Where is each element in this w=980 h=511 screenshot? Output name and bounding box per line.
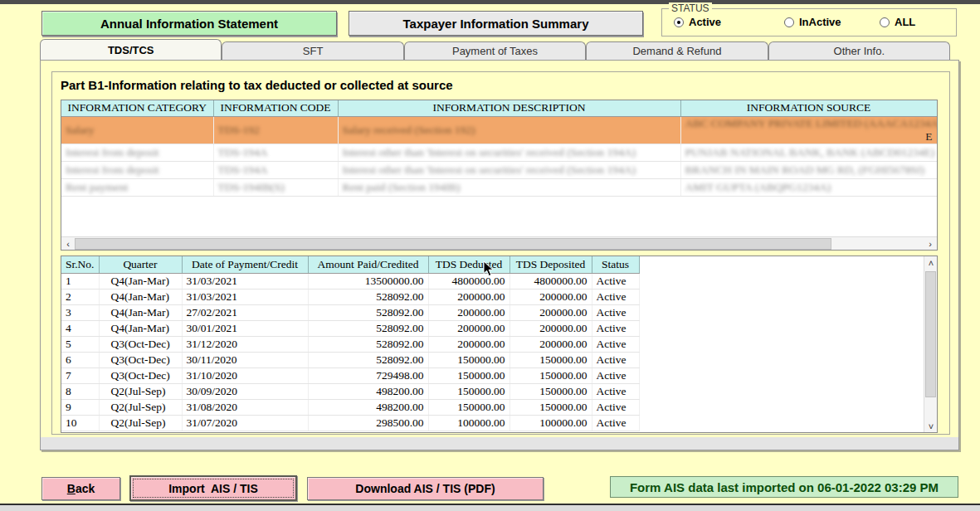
table-row[interactable]: 9Q2(Jul-Sep)31/08/2020498200.00150000.00… <box>61 399 924 415</box>
table-cell: Q3(Oct-Dec) <box>99 367 182 383</box>
table-cell: 200000.00 <box>510 304 592 320</box>
table-cell: Active <box>592 273 639 289</box>
table-cell: BRANCH IN MAIN ROAD MG RD, (FGHI56789J) <box>680 161 937 178</box>
table-cell: 4800000.00 <box>510 273 592 289</box>
table-cell: 27/02/2021 <box>182 304 308 320</box>
scroll-down-arrow-icon[interactable]: ˅ <box>924 420 938 432</box>
tab-other-info-[interactable]: Other Info. <box>768 41 950 60</box>
table-cell: TDS-194A <box>213 161 338 178</box>
tab-sft[interactable]: SFT <box>222 41 403 60</box>
column-header: Sr.No. <box>61 256 99 273</box>
table-row[interactable]: Rent paymentTDS-194IB(S)Rent paid (Secti… <box>61 178 937 196</box>
horizontal-scrollbar[interactable]: ‹ › <box>61 236 937 250</box>
redacted-text: Interest from deposit <box>66 146 158 158</box>
back-button-mnemonic: B <box>67 482 76 495</box>
header-filler <box>639 256 924 273</box>
table-cell: Salary <box>61 116 213 144</box>
back-button[interactable]: Back <box>41 477 120 500</box>
tab-demand-refund[interactable]: Demand & Refund <box>586 41 768 60</box>
status-radio-active[interactable]: Active <box>674 16 721 28</box>
information-table-header-row: INFORMATION CATEGORYINFORMATION CODEINFO… <box>61 100 937 116</box>
table-row[interactable]: 4Q4(Jan-Mar)30/01/2021528092.00200000.00… <box>61 320 924 336</box>
table-cell: 4 <box>61 320 99 336</box>
column-header: Date of Payment/Credit <box>182 256 308 273</box>
table-cell: 31/03/2021 <box>182 273 308 289</box>
redacted-text: Rent paid (Section 194IB) <box>343 181 461 193</box>
redacted-text: Interest from deposit <box>66 163 158 176</box>
status-group-label: STATUS <box>669 2 712 14</box>
table-cell: 528092.00 <box>308 336 428 352</box>
table-cell: 100000.00 <box>510 415 592 431</box>
table-row[interactable]: 7Q3(Oct-Dec)31/10/2020729498.00150000.00… <box>61 367 924 383</box>
redacted-text: Salary <box>66 124 95 136</box>
table-cell: 528092.00 <box>308 352 428 367</box>
table-cell: 528092.00 <box>308 304 428 320</box>
cell-filler <box>639 415 924 431</box>
table-cell: 200000.00 <box>428 336 510 352</box>
table-cell: 30/09/2020 <box>182 383 308 399</box>
table-row[interactable]: Interest from depositTDS-194AInterest ot… <box>61 144 937 161</box>
redacted-text: TDS-194A <box>218 163 268 176</box>
table-row[interactable]: 2Q4(Jan-Mar)31/03/2021528092.00200000.00… <box>61 289 924 304</box>
table-cell: 31/08/2020 <box>182 399 308 415</box>
table-cell: 3 <box>61 304 99 320</box>
table-row[interactable]: 10Q2(Jul-Sep)31/07/2020298500.00100000.0… <box>61 415 924 431</box>
scroll-right-arrow-icon[interactable]: › <box>924 237 937 250</box>
annual-information-statement-button[interactable]: Annual Information Statement <box>41 11 337 36</box>
table-row[interactable]: 1Q4(Jan-Mar)31/03/202113500000.004800000… <box>61 273 924 289</box>
table-cell: TDS-194A <box>213 144 338 161</box>
table-cell: Active <box>592 415 639 431</box>
table-row[interactable]: 5Q3(Oct-Dec)31/12/2020528092.00200000.00… <box>61 336 924 352</box>
status-radio-inactive[interactable]: InActive <box>784 16 841 28</box>
column-header: INFORMATION CODE <box>213 100 338 116</box>
scroll-left-arrow-icon[interactable]: ‹ <box>61 237 75 250</box>
redacted-text: Salary received (Section 192) <box>343 124 475 136</box>
status-radio-label: InActive <box>799 16 841 28</box>
detail-table-header-row: Sr.No.QuarterDate of Payment/CreditAmoun… <box>61 256 924 273</box>
table-cell: 13500000.00 <box>308 273 428 289</box>
column-header: INFORMATION SOURCE <box>680 100 937 116</box>
table-cell: 150000.00 <box>510 352 592 367</box>
table-cell: 150000.00 <box>428 367 510 383</box>
table-cell: 150000.00 <box>510 383 592 399</box>
table-cell: Q3(Oct-Dec) <box>99 352 182 367</box>
table-cell: 200000.00 <box>510 320 592 336</box>
table-cell: AMIT GUPTA (ABQPG1234A) <box>680 178 937 196</box>
table-cell: Active <box>592 336 639 352</box>
status-radio-label: Active <box>689 16 721 28</box>
table-cell: 729498.00 <box>308 367 428 383</box>
table-cell: ABC COMPANY PRIVATE LIMITED (AAACA1234A)… <box>680 116 937 144</box>
column-header: TDS Deposited <box>510 256 592 273</box>
status-radio-label: ALL <box>895 16 915 28</box>
table-cell: 1 <box>61 273 99 289</box>
radio-icon <box>880 17 890 27</box>
download-ais-tis-pdf-button[interactable]: Download AIS / TIS (PDF) <box>307 477 544 500</box>
redacted-text: PUNJAB NATIONAL BANK, BANK (ABCD01234E) <box>685 146 935 158</box>
table-row[interactable]: Interest from depositTDS-194AInterest ot… <box>61 161 937 178</box>
table-row[interactable]: SalaryTDS-192Salary received (Section 19… <box>61 116 937 144</box>
taxpayer-information-summary-button[interactable]: Taxpayer Information Summary <box>349 11 643 36</box>
table-row[interactable]: 6Q3(Oct-Dec)30/11/2020528092.00150000.00… <box>61 352 924 367</box>
table-row[interactable]: 8Q2(Jul-Sep)30/09/2020498200.00150000.00… <box>61 383 924 399</box>
table-cell: 6 <box>61 352 99 367</box>
scroll-up-arrow-icon[interactable]: ˄ <box>924 256 938 269</box>
redacted-text: Rent payment <box>66 181 128 193</box>
table-cell: Q4(Jan-Mar) <box>99 304 182 320</box>
back-button-label: ack <box>76 482 95 495</box>
tab-payment-of-taxes[interactable]: Payment of Taxes <box>404 41 586 60</box>
status-radio-all[interactable]: ALL <box>880 16 915 28</box>
table-cell: Active <box>592 304 639 320</box>
horizontal-scrollbar-thumb[interactable] <box>75 238 831 250</box>
table-cell: Q4(Jan-Mar) <box>99 289 182 304</box>
import-ais-tis-button[interactable]: Import AIS / TIS <box>129 475 297 501</box>
table-cell: 200000.00 <box>510 336 592 352</box>
table-row[interactable]: 3Q4(Jan-Mar)27/02/2021528092.00200000.00… <box>61 304 924 320</box>
table-cell: Interest from deposit <box>61 161 213 178</box>
table-cell: TDS-192 <box>213 116 338 144</box>
redacted-text: TDS-192 <box>218 124 260 136</box>
tab-tds-tcs[interactable]: TDS/TCS <box>40 39 222 60</box>
table-cell: 298500.00 <box>308 415 428 431</box>
table-cell: Q2(Jul-Sep) <box>99 399 182 415</box>
vertical-scrollbar[interactable]: ˄ ˅ <box>924 256 937 432</box>
vertical-scrollbar-thumb[interactable] <box>925 271 936 397</box>
